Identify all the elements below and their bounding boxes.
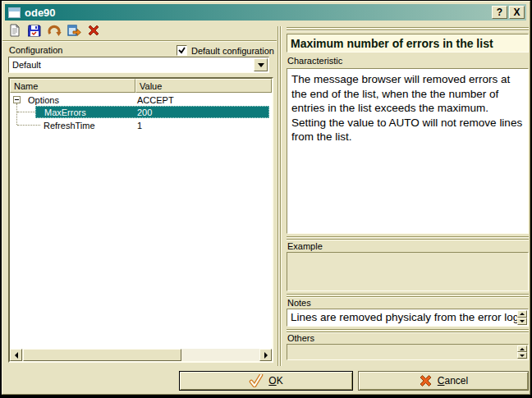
help-button[interactable]: ? xyxy=(492,6,507,19)
cancel-x-icon xyxy=(419,374,433,387)
delete-button[interactable] xyxy=(85,22,102,39)
cancel-button[interactable]: Cancel xyxy=(358,371,529,391)
tree-row-maxerrors[interactable]: MaxErrors 200 xyxy=(10,106,272,119)
section-splitter[interactable] xyxy=(287,294,529,298)
ok-check-icon xyxy=(249,374,264,387)
tree-header: Name Value xyxy=(10,79,272,93)
others-textbox[interactable] xyxy=(287,344,529,360)
revert-button[interactable] xyxy=(46,22,62,39)
tree-item-value: ACCEPT xyxy=(137,95,174,105)
notes-text: Lines are removed physicaly from the err… xyxy=(291,311,523,323)
spin-up-button[interactable] xyxy=(517,310,527,318)
import-icon xyxy=(67,24,81,37)
new-button[interactable] xyxy=(7,22,23,39)
panel-splitter[interactable] xyxy=(277,26,282,366)
window-title: ode90 xyxy=(25,7,492,19)
example-label: Example xyxy=(287,241,323,251)
spin-down-button[interactable] xyxy=(517,352,527,359)
import-button[interactable] xyxy=(66,22,82,39)
tree-row-options[interactable]: Options ACCEPT xyxy=(10,94,272,107)
notes-textbox[interactable]: Lines are removed physicaly from the err… xyxy=(287,309,529,327)
notes-spinner xyxy=(517,310,527,325)
cancel-button-label: Cancel xyxy=(438,375,468,387)
spin-down-button[interactable] xyxy=(517,318,527,325)
example-textbox[interactable] xyxy=(287,252,529,291)
horizontal-scrollbar[interactable] xyxy=(10,349,272,361)
tree-row-refreshtime[interactable]: RefreshTime 1 xyxy=(10,119,272,132)
toolbar-separator xyxy=(2,40,277,42)
scrollbar-track[interactable] xyxy=(181,349,259,361)
detail-title-box: Maximum number of errors in the list xyxy=(287,34,529,53)
others-label: Others xyxy=(287,333,314,343)
window-icon xyxy=(8,7,21,18)
toolbar xyxy=(7,22,102,39)
default-configuration-label: Default configuration xyxy=(191,46,274,56)
tree-body: Options ACCEPT MaxErrors 200 RefreshTime… xyxy=(10,93,272,349)
section-splitter[interactable] xyxy=(287,27,529,31)
checkmark-icon xyxy=(177,46,186,55)
tree-item-label: RefreshTime xyxy=(44,121,95,130)
column-header-name[interactable]: Name xyxy=(10,79,135,93)
scroll-left-button[interactable] xyxy=(10,349,22,361)
tree-item-value: 1 xyxy=(137,121,142,130)
save-icon xyxy=(28,24,41,37)
dialog-ode90: ode90 ? X xyxy=(0,0,532,398)
default-configuration-row: Default configuration xyxy=(177,45,274,56)
characteristic-label: Characteristic xyxy=(287,56,342,66)
section-splitter[interactable] xyxy=(287,236,529,240)
ok-button[interactable]: OK xyxy=(179,371,353,391)
arrow-down-icon xyxy=(520,320,525,323)
titlebar[interactable]: ode90 ? X xyxy=(5,4,526,21)
characteristic-textbox[interactable]: The message browser will removed errors … xyxy=(287,68,529,234)
options-tree: Name Value Options ACCEPT MaxErrors 200 xyxy=(8,77,273,363)
arrow-down-icon xyxy=(520,355,525,357)
chevron-down-icon xyxy=(258,63,264,67)
scroll-right-button[interactable] xyxy=(259,349,272,361)
tree-item-value: 200 xyxy=(137,108,152,117)
spin-up-button[interactable] xyxy=(517,345,527,352)
arrow-up-icon xyxy=(520,348,525,350)
arrow-right-icon xyxy=(264,352,268,359)
combobox-value: Default xyxy=(12,60,41,70)
revert-icon xyxy=(48,24,62,37)
combobox-dropdown-button[interactable] xyxy=(254,58,268,71)
dialog-frame: ode90 ? X xyxy=(2,1,530,395)
save-button[interactable] xyxy=(26,22,43,39)
configuration-label: Configuration xyxy=(9,45,62,55)
section-splitter[interactable] xyxy=(287,329,529,333)
notes-label: Notes xyxy=(287,298,311,308)
collapse-icon[interactable] xyxy=(13,96,21,103)
configuration-combobox[interactable]: Default xyxy=(8,57,269,73)
scrollbar-thumb[interactable] xyxy=(23,349,181,361)
others-spinner xyxy=(517,345,527,359)
default-configuration-checkbox[interactable] xyxy=(177,45,187,56)
new-document-icon xyxy=(8,24,21,37)
tree-item-label: Options xyxy=(28,95,59,105)
selected-row-highlight: MaxErrors 200 xyxy=(35,106,269,118)
arrow-left-icon xyxy=(15,352,18,359)
arrow-up-icon xyxy=(520,313,525,315)
tree-item-label: MaxErrors xyxy=(44,108,86,117)
close-button[interactable]: X xyxy=(509,6,525,19)
column-header-value[interactable]: Value xyxy=(135,79,272,93)
delete-icon xyxy=(87,24,100,37)
ok-button-label: OK xyxy=(268,375,282,387)
